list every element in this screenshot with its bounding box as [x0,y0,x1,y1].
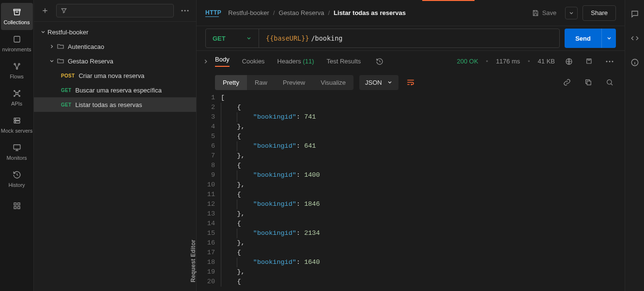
breadcrumb[interactable]: Restful-booker [228,9,269,16]
tab-active-indicator [422,0,475,1]
comments-icon[interactable] [629,9,640,19]
filter-icon [61,7,67,14]
svg-point-20 [187,10,189,12]
svg-point-2 [18,63,20,65]
rail-label: Collections [4,19,30,25]
history-icon [12,169,22,180]
collection-tree: Restful-booker Autenticacao Gestao Reser… [34,22,196,291]
request-listar-reservas[interactable]: GET Listar todas as reservas [34,97,196,112]
wrap-lines-icon[interactable] [406,78,415,87]
rail-monitors[interactable]: Monitors [1,138,33,166]
rail-flows[interactable]: Flows [1,57,33,84]
view-segmented: Pretty Raw Preview Visualize [215,75,353,90]
link-icon[interactable] [561,76,573,89]
url-input[interactable]: {{baseURL}} /booking [259,29,559,47]
svg-point-18 [182,10,183,12]
request-label: Criar uma nova reserva [78,72,144,79]
globe-icon[interactable] [563,55,575,68]
view-visualize[interactable]: Visualize [313,75,353,90]
collection-row[interactable]: Restful-booker [34,25,196,39]
rail-label: Flows [10,74,24,79]
filter-input[interactable] [56,4,174,17]
rail-collections[interactable]: Collections [1,3,33,30]
rail-label: Monitors [6,155,27,161]
language-selector[interactable]: JSON [359,75,399,90]
archive-icon [12,7,22,17]
breadcrumb[interactable]: Gestao Reserva [279,9,324,16]
svg-point-27 [607,80,612,84]
status-code: 200 OK [457,58,478,65]
view-raw[interactable]: Raw [247,75,275,90]
server-icon [12,115,22,126]
url-box: GET {{baseURL}} /booking [205,29,560,48]
chevron-down-icon [387,79,393,85]
share-button[interactable]: Share [583,5,616,21]
code-icon[interactable] [629,33,640,44]
send-dropdown[interactable] [601,29,616,48]
save-dropdown[interactable] [565,7,578,19]
chevron-down-icon [47,57,56,65]
tab-headers[interactable]: Headers (11) [277,58,314,65]
request-editor-label[interactable]: Request Editor [190,240,197,282]
topbar: HTTP Restful-booker / Gestao Reserva / L… [197,0,625,26]
svg-point-25 [612,61,613,62]
svg-point-3 [16,68,17,69]
info-icon[interactable] [629,57,640,68]
rail-configure[interactable] [1,197,33,218]
view-preview[interactable]: Preview [275,75,313,90]
tab-cookies[interactable]: Cookies [242,58,265,65]
rail-apis[interactable]: APIs [1,84,33,111]
save-button[interactable]: Save [528,6,561,20]
box-icon [12,34,22,45]
http-badge: HTTP [205,9,228,17]
monitor-icon [12,142,22,153]
copy-icon[interactable] [582,76,595,89]
rail-label: nvironments [2,46,31,52]
rail-history[interactable]: History [1,166,33,193]
folder-autenticacao[interactable]: Autenticacao [34,39,196,54]
method-selector[interactable]: GET [206,29,259,47]
chevron-right-icon [47,42,56,51]
svg-point-11 [15,119,15,119]
left-rail: Collections nvironments Flows APIs Mock … [0,0,34,291]
tab-body[interactable]: Body [215,56,230,67]
svg-rect-14 [14,203,16,205]
url-row: GET {{baseURL}} /booking Send [197,26,625,50]
svg-rect-22 [587,59,591,63]
response-history-icon[interactable] [373,55,386,68]
request-label: Listar todas as reservas [75,101,142,108]
url-path: /booking [311,34,342,42]
response-body[interactable]: 1[2 {3 "bookingid": 7414 },5 {6 "booking… [197,93,625,291]
request-buscar-reserva[interactable]: GET Buscar uma reserva específica [34,83,196,97]
apis-icon [12,88,22,99]
folder-gestao-reserva[interactable]: Gestao Reserva [34,54,196,68]
sidebar-more-button[interactable] [179,4,191,17]
breadcrumb-sep: / [273,9,275,16]
breadcrumb-sep: / [328,9,330,16]
svg-rect-13 [14,145,20,149]
request-criar-reserva[interactable]: POST Criar uma nova reserva [34,68,196,83]
more-icon[interactable] [603,55,616,68]
chevron-down-icon [39,28,47,36]
view-pretty[interactable]: Pretty [215,75,247,90]
grid-icon [12,200,22,211]
folder-label: Gestao Reserva [68,58,113,65]
method-badge: POST [61,73,75,78]
save-response-icon[interactable] [583,55,596,68]
svg-rect-15 [17,203,20,205]
svg-point-1 [14,63,15,65]
rail-environments[interactable]: nvironments [1,30,33,57]
new-button[interactable] [39,4,51,17]
tab-test-results[interactable]: Test Results [327,58,361,65]
search-icon[interactable] [603,76,616,89]
send-button[interactable]: Send [565,29,601,48]
save-icon [532,9,539,17]
svg-point-12 [15,122,15,122]
method-badge: GET [61,88,71,93]
rail-label: APIs [11,101,22,107]
collapse-chevron-icon[interactable] [202,58,209,65]
response-time: 1176 ms [496,58,520,65]
rail-mock[interactable]: Mock servers [1,111,33,138]
svg-point-23 [606,61,608,62]
url-var: {{baseURL}} [266,34,309,42]
